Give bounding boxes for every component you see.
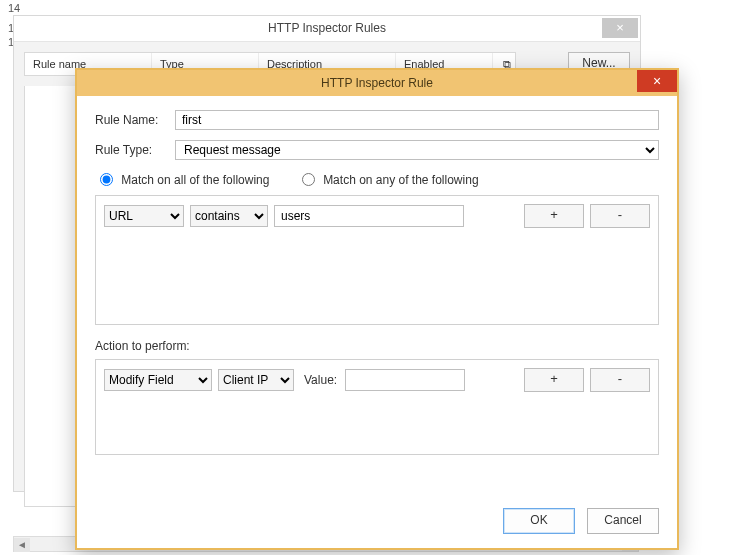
scroll-left-icon[interactable]: ◄ (14, 538, 30, 552)
dialog-button-bar: OK Cancel (503, 508, 659, 534)
rule-dialog: HTTP Inspector Rule × Rule Name: Rule Ty… (75, 68, 679, 550)
rules-window-titlebar[interactable]: HTTP Inspector Rules × (14, 16, 640, 42)
match-mode-group: Match on all of the following Match on a… (95, 170, 659, 187)
remove-action-button[interactable]: - (590, 368, 650, 392)
close-icon[interactable]: × (602, 18, 638, 38)
actions-box: Modify Field Client IP Value: + - (95, 359, 659, 455)
match-all-radio[interactable]: Match on all of the following (95, 173, 273, 187)
rule-name-input[interactable] (175, 110, 659, 130)
close-icon[interactable]: × (637, 70, 677, 92)
add-condition-button[interactable]: + (524, 204, 584, 228)
match-any-label: Match on any of the following (323, 173, 478, 187)
background-clutter: 14 (8, 2, 40, 14)
action-select[interactable]: Modify Field (104, 369, 212, 391)
action-row: Modify Field Client IP Value: + - (104, 368, 650, 392)
condition-value-input[interactable] (274, 205, 464, 227)
rule-name-label: Rule Name: (95, 113, 175, 127)
rules-window-title: HTTP Inspector Rules (268, 21, 386, 35)
add-action-button[interactable]: + (524, 368, 584, 392)
match-all-radio-input[interactable] (100, 173, 113, 186)
match-all-label: Match on all of the following (121, 173, 269, 187)
rule-dialog-title: HTTP Inspector Rule (321, 76, 433, 90)
cancel-button[interactable]: Cancel (587, 508, 659, 534)
action-field-select[interactable]: Client IP (218, 369, 294, 391)
match-any-radio-input[interactable] (302, 173, 315, 186)
condition-row: URL contains + - (104, 204, 650, 228)
rule-type-select[interactable]: Request message (175, 140, 659, 160)
match-any-radio[interactable]: Match on any of the following (297, 173, 479, 187)
condition-field-select[interactable]: URL (104, 205, 184, 227)
rule-dialog-titlebar[interactable]: HTTP Inspector Rule × (77, 70, 677, 96)
condition-operator-select[interactable]: contains (190, 205, 268, 227)
ok-button[interactable]: OK (503, 508, 575, 534)
rule-type-label: Rule Type: (95, 143, 175, 157)
action-value-label: Value: (304, 373, 337, 387)
conditions-box: URL contains + - (95, 195, 659, 325)
remove-condition-button[interactable]: - (590, 204, 650, 228)
action-section-label: Action to perform: (95, 339, 659, 353)
action-value-input[interactable] (345, 369, 465, 391)
